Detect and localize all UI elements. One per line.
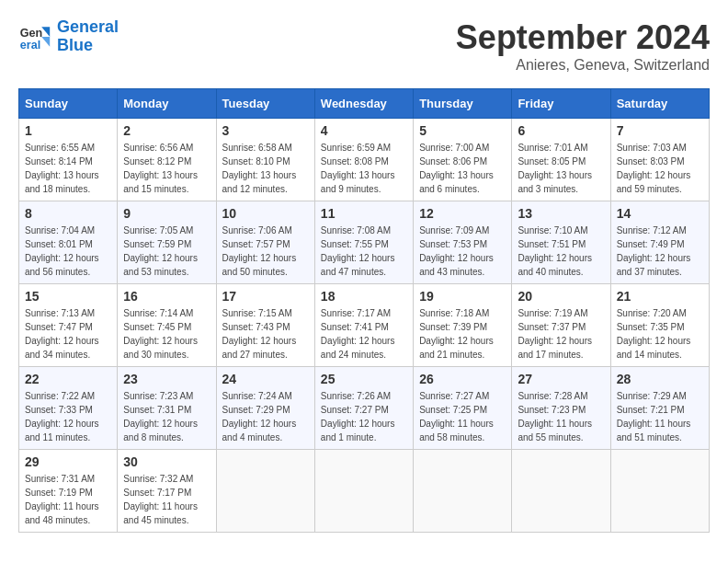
- day-number: 19: [419, 289, 506, 304]
- day-number: 2: [123, 123, 210, 138]
- day-number: 4: [321, 123, 407, 138]
- day-info: Sunrise: 7:26 AMSunset: 7:27 PMDaylight:…: [321, 389, 407, 444]
- location-title: Anieres, Geneva, Switzerland: [456, 57, 710, 74]
- day-info: Sunrise: 7:32 AMSunset: 7:17 PMDaylight:…: [123, 472, 210, 527]
- day-info: Sunrise: 7:14 AMSunset: 7:45 PMDaylight:…: [123, 306, 210, 362]
- table-row: [314, 450, 413, 533]
- table-row: 25Sunrise: 7:26 AMSunset: 7:27 PMDayligh…: [314, 367, 413, 450]
- table-row: 10Sunrise: 7:06 AMSunset: 7:57 PMDayligh…: [216, 201, 314, 284]
- day-number: 24: [222, 372, 309, 386]
- day-number: 3: [222, 123, 309, 138]
- col-thursday: Thursday: [414, 89, 512, 119]
- table-row: 24Sunrise: 7:24 AMSunset: 7:29 PMDayligh…: [216, 367, 314, 450]
- day-info: Sunrise: 7:31 AMSunset: 7:19 PMDaylight:…: [25, 472, 111, 527]
- day-number: 6: [518, 123, 604, 138]
- day-number: 22: [25, 372, 111, 386]
- table-row: 15Sunrise: 7:13 AMSunset: 7:47 PMDayligh…: [19, 284, 118, 367]
- day-number: 13: [518, 206, 604, 221]
- day-info: Sunrise: 7:22 AMSunset: 7:33 PMDaylight:…: [25, 389, 111, 444]
- day-info: Sunrise: 7:13 AMSunset: 7:47 PMDaylight:…: [25, 306, 111, 362]
- col-saturday: Saturday: [610, 89, 709, 119]
- day-info: Sunrise: 7:00 AMSunset: 8:06 PMDaylight:…: [419, 141, 506, 196]
- day-number: 23: [123, 372, 210, 386]
- table-row: 12Sunrise: 7:09 AMSunset: 7:53 PMDayligh…: [414, 201, 512, 284]
- table-row: [216, 450, 314, 533]
- day-number: 7: [617, 123, 703, 138]
- table-row: 29Sunrise: 7:31 AMSunset: 7:19 PMDayligh…: [19, 450, 118, 533]
- table-row: 5Sunrise: 7:00 AMSunset: 8:06 PMDaylight…: [414, 119, 512, 201]
- day-number: 9: [123, 206, 210, 221]
- day-number: 20: [518, 289, 604, 304]
- logo: Gen eral General Blue: [18, 18, 119, 55]
- logo-text: General Blue: [57, 18, 119, 55]
- day-number: 21: [617, 289, 703, 304]
- table-row: 8Sunrise: 7:04 AMSunset: 8:01 PMDaylight…: [19, 201, 118, 284]
- table-row: 27Sunrise: 7:28 AMSunset: 7:23 PMDayligh…: [512, 367, 610, 450]
- day-number: 12: [419, 206, 506, 221]
- day-info: Sunrise: 6:55 AMSunset: 8:14 PMDaylight:…: [25, 141, 111, 196]
- calendar-week-row: 8Sunrise: 7:04 AMSunset: 8:01 PMDaylight…: [19, 201, 710, 284]
- day-info: Sunrise: 7:04 AMSunset: 8:01 PMDaylight:…: [25, 224, 111, 279]
- page-header: Gen eral General Blue September 2024 Ani…: [18, 18, 710, 74]
- day-info: Sunrise: 7:10 AMSunset: 7:51 PMDaylight:…: [518, 224, 604, 279]
- table-row: 2Sunrise: 6:56 AMSunset: 8:12 PMDaylight…: [118, 119, 216, 201]
- day-number: 11: [321, 206, 407, 221]
- day-info: Sunrise: 7:29 AMSunset: 7:21 PMDaylight:…: [617, 389, 703, 444]
- table-row: 18Sunrise: 7:17 AMSunset: 7:41 PMDayligh…: [314, 284, 413, 367]
- table-row: 26Sunrise: 7:27 AMSunset: 7:25 PMDayligh…: [414, 367, 512, 450]
- table-row: 4Sunrise: 6:59 AMSunset: 8:08 PMDaylight…: [314, 119, 413, 201]
- table-row: 3Sunrise: 6:58 AMSunset: 8:10 PMDaylight…: [216, 119, 314, 201]
- day-number: 8: [25, 206, 111, 221]
- calendar-week-row: 15Sunrise: 7:13 AMSunset: 7:47 PMDayligh…: [19, 284, 710, 367]
- day-info: Sunrise: 6:58 AMSunset: 8:10 PMDaylight:…: [222, 141, 309, 196]
- table-row: [512, 450, 610, 533]
- day-info: Sunrise: 7:06 AMSunset: 7:57 PMDaylight:…: [222, 224, 309, 279]
- table-row: 23Sunrise: 7:23 AMSunset: 7:31 PMDayligh…: [118, 367, 216, 450]
- day-info: Sunrise: 6:56 AMSunset: 8:12 PMDaylight:…: [123, 141, 210, 196]
- table-row: 20Sunrise: 7:19 AMSunset: 7:37 PMDayligh…: [512, 284, 610, 367]
- calendar-week-row: 22Sunrise: 7:22 AMSunset: 7:33 PMDayligh…: [19, 367, 710, 450]
- table-row: 6Sunrise: 7:01 AMSunset: 8:05 PMDaylight…: [512, 119, 610, 201]
- day-info: Sunrise: 7:27 AMSunset: 7:25 PMDaylight:…: [419, 389, 506, 444]
- day-number: 14: [617, 206, 703, 221]
- day-info: Sunrise: 7:18 AMSunset: 7:39 PMDaylight:…: [419, 306, 506, 362]
- day-info: Sunrise: 7:23 AMSunset: 7:31 PMDaylight:…: [123, 389, 210, 444]
- calendar-week-row: 29Sunrise: 7:31 AMSunset: 7:19 PMDayligh…: [19, 450, 710, 533]
- calendar-week-row: 1Sunrise: 6:55 AMSunset: 8:14 PMDaylight…: [19, 119, 710, 201]
- day-info: Sunrise: 7:19 AMSunset: 7:37 PMDaylight:…: [518, 306, 604, 362]
- day-info: Sunrise: 7:28 AMSunset: 7:23 PMDaylight:…: [518, 389, 604, 444]
- day-number: 27: [518, 372, 604, 386]
- table-row: 30Sunrise: 7:32 AMSunset: 7:17 PMDayligh…: [118, 450, 216, 533]
- logo-icon: Gen eral: [18, 20, 51, 53]
- table-row: 16Sunrise: 7:14 AMSunset: 7:45 PMDayligh…: [118, 284, 216, 367]
- svg-text:eral: eral: [20, 38, 40, 51]
- day-number: 30: [123, 454, 210, 469]
- month-title: September 2024: [456, 18, 710, 57]
- day-info: Sunrise: 7:08 AMSunset: 7:55 PMDaylight:…: [321, 224, 407, 279]
- calendar-header-row: Sunday Monday Tuesday Wednesday Thursday…: [19, 89, 710, 119]
- day-number: 17: [222, 289, 309, 304]
- svg-marker-3: [41, 37, 50, 47]
- table-row: 14Sunrise: 7:12 AMSunset: 7:49 PMDayligh…: [610, 201, 709, 284]
- table-row: 9Sunrise: 7:05 AMSunset: 7:59 PMDaylight…: [118, 201, 216, 284]
- day-number: 15: [25, 289, 111, 304]
- title-section: September 2024 Anieres, Geneva, Switzerl…: [456, 18, 710, 74]
- table-row: 21Sunrise: 7:20 AMSunset: 7:35 PMDayligh…: [610, 284, 709, 367]
- table-row: 28Sunrise: 7:29 AMSunset: 7:21 PMDayligh…: [610, 367, 709, 450]
- day-number: 1: [25, 123, 111, 138]
- day-info: Sunrise: 7:15 AMSunset: 7:43 PMDaylight:…: [222, 306, 309, 362]
- day-info: Sunrise: 7:20 AMSunset: 7:35 PMDaylight:…: [617, 306, 703, 362]
- table-row: [414, 450, 512, 533]
- day-info: Sunrise: 7:12 AMSunset: 7:49 PMDaylight:…: [617, 224, 703, 279]
- col-monday: Monday: [118, 89, 216, 119]
- day-number: 5: [419, 123, 506, 138]
- day-info: Sunrise: 6:59 AMSunset: 8:08 PMDaylight:…: [321, 141, 407, 196]
- day-info: Sunrise: 7:09 AMSunset: 7:53 PMDaylight:…: [419, 224, 506, 279]
- col-friday: Friday: [512, 89, 610, 119]
- day-info: Sunrise: 7:17 AMSunset: 7:41 PMDaylight:…: [321, 306, 407, 362]
- day-info: Sunrise: 7:05 AMSunset: 7:59 PMDaylight:…: [123, 224, 210, 279]
- day-number: 28: [617, 372, 703, 386]
- svg-marker-2: [41, 27, 50, 37]
- day-info: Sunrise: 7:01 AMSunset: 8:05 PMDaylight:…: [518, 141, 604, 196]
- table-row: 11Sunrise: 7:08 AMSunset: 7:55 PMDayligh…: [314, 201, 413, 284]
